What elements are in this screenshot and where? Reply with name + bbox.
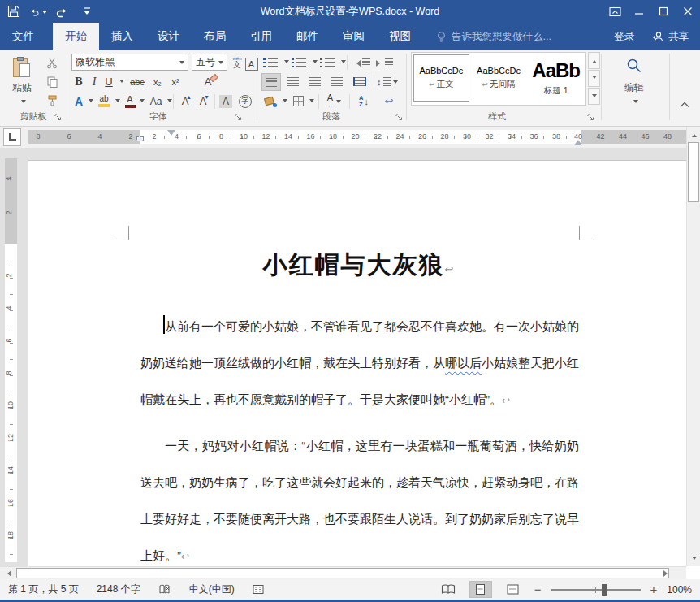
styles-scroll-up-button[interactable] [588, 52, 600, 69]
multilevel-dropdown-icon[interactable] [341, 60, 346, 66]
style-no-spacing[interactable]: AaBbCcDc ↩无间隔 [471, 54, 527, 102]
editing-group-button[interactable]: 编辑 [603, 54, 666, 109]
zoom-in-button[interactable]: + [650, 583, 658, 596]
align-left-button[interactable] [261, 73, 281, 91]
tab-layout[interactable]: 布局 [192, 23, 238, 50]
enclose-characters-button[interactable]: 字 [237, 93, 253, 110]
language-indicator[interactable]: 中文(中国) [189, 583, 235, 596]
print-layout-button[interactable] [469, 581, 492, 598]
style-heading1[interactable]: AaBb 标题 1 [528, 54, 584, 102]
align-center-button[interactable] [283, 73, 303, 90]
format-painter-button[interactable] [42, 92, 62, 109]
change-case-button[interactable]: Aa [147, 93, 165, 110]
paste-dropdown-icon[interactable] [21, 100, 26, 106]
show-hide-marks-button[interactable]: ↩ [380, 93, 398, 110]
ribbon-display-options-icon[interactable] [603, 0, 627, 23]
numbering-dropdown-icon[interactable] [313, 60, 318, 66]
shading-button[interactable] [261, 93, 279, 110]
subscript-button[interactable]: x₂ [149, 73, 166, 90]
change-case-dropdown-icon[interactable] [167, 99, 172, 105]
scroll-down-button[interactable] [688, 552, 700, 565]
tab-view[interactable]: 视图 [377, 23, 423, 50]
web-layout-button[interactable] [502, 581, 525, 598]
grow-font-button[interactable]: A▲ [177, 93, 193, 110]
font-size-combo[interactable]: 五号 [192, 54, 227, 71]
horizontal-scrollbar-thumb[interactable] [16, 568, 669, 578]
sign-in-button[interactable]: 登录 [614, 30, 634, 44]
bullets-dropdown-icon[interactable] [284, 60, 289, 66]
paste-button[interactable]: 粘贴 [3, 54, 41, 109]
tab-insert[interactable]: 插入 [99, 23, 145, 50]
tab-review[interactable]: 审阅 [331, 23, 377, 50]
proofing-status-icon[interactable] [158, 584, 171, 596]
highlight-color-button[interactable]: ab [96, 93, 112, 110]
editing-dropdown-icon[interactable] [633, 100, 638, 106]
italic-button[interactable]: I [88, 73, 101, 90]
scroll-right-button[interactable] [660, 568, 673, 579]
shrink-font-button[interactable]: A▼ [195, 93, 211, 110]
underline-dropdown-icon[interactable] [119, 80, 124, 85]
shading-dropdown-icon[interactable] [283, 99, 287, 105]
styles-more-button[interactable] [588, 88, 600, 105]
document-body[interactable]: 从前有一个可爱的小姑娘，不管谁看见了都会忍不住喜欢她。有一次小姑娘的奶奶送给她一… [140, 308, 579, 566]
line-spacing-dropdown-icon[interactable] [393, 80, 398, 86]
zoom-slider-thumb[interactable] [602, 584, 607, 596]
clipboard-dialog-launcher-icon[interactable] [54, 113, 63, 122]
word-count[interactable]: 2148 个字 [97, 583, 140, 596]
minimize-button[interactable] [627, 0, 651, 23]
zoom-slider[interactable] [551, 589, 641, 591]
multilevel-list-button[interactable] [318, 54, 338, 71]
font-color-button[interactable]: A [123, 93, 137, 110]
scroll-left-button[interactable] [1, 568, 14, 579]
tell-me-box[interactable]: 告诉我您想要做什么... [436, 23, 551, 50]
asian-layout-button[interactable]: A↔ [323, 93, 344, 110]
font-name-combo[interactable]: 微软雅黑 [71, 54, 188, 71]
line-spacing-button[interactable]: ↕ [377, 73, 398, 90]
styles-dialog-launcher-icon[interactable] [586, 113, 595, 122]
vertical-ruler[interactable]: 4224681012141618 [5, 158, 17, 562]
document-title[interactable]: 小红帽与大灰狼↩ [28, 249, 686, 282]
distribute-button[interactable] [349, 73, 370, 90]
paragraph-2[interactable]: 一天，妈妈对小红帽说：“小红帽，这里有一块蛋糕和一瓶葡萄酒，快给奶奶送去吧，奶奶… [140, 427, 579, 566]
strikethrough-button[interactable]: abc [127, 73, 148, 90]
bold-button[interactable]: B [71, 73, 86, 90]
asian-layout-dropdown-icon[interactable] [336, 100, 341, 106]
bullets-button[interactable] [261, 54, 281, 71]
horizontal-ruler[interactable]: 8642246810121416182022242628303234363840… [28, 130, 686, 144]
scroll-up-button[interactable] [688, 128, 700, 141]
increase-indent-button[interactable] [374, 54, 395, 71]
maximize-button[interactable] [651, 0, 676, 23]
borders-button[interactable] [290, 93, 306, 110]
document-area[interactable]: 4224681012141618 小红帽与大灰狼↩ 从前有一个可爱的小姑娘，不管… [0, 148, 686, 566]
numbering-button[interactable] [290, 54, 309, 71]
font-size-dropdown-icon[interactable] [218, 61, 223, 67]
tab-mailings[interactable]: 邮件 [284, 23, 331, 50]
share-button[interactable]: 共享 [652, 30, 689, 44]
align-right-button[interactable] [305, 73, 325, 90]
style-normal[interactable]: AaBbCcDc ↩正文 [413, 54, 469, 102]
styles-scroll-down-button[interactable] [588, 70, 600, 87]
paragraph-1[interactable]: 从前有一个可爱的小姑娘，不管谁看见了都会忍不住喜欢她。有一次小姑娘的奶奶送给她一… [140, 308, 579, 419]
tab-design[interactable]: 设计 [145, 23, 192, 50]
borders-dropdown-icon[interactable] [309, 99, 314, 105]
close-button[interactable] [676, 0, 700, 23]
left-indent-marker[interactable] [136, 136, 144, 141]
decrease-indent-button[interactable] [351, 54, 372, 71]
zoom-level[interactable]: 100% [667, 584, 692, 596]
vertical-scrollbar[interactable] [686, 127, 700, 566]
text-effects-dropdown-icon[interactable] [89, 99, 93, 105]
clear-formatting-button[interactable]: A [198, 73, 218, 90]
sort-button[interactable]: AZ↓ [354, 93, 374, 110]
paragraph-dialog-launcher-icon[interactable] [395, 113, 404, 122]
copy-button[interactable] [42, 73, 62, 90]
horizontal-scrollbar[interactable] [0, 566, 686, 579]
collapse-ribbon-icon[interactable] [679, 101, 690, 109]
character-shading-button[interactable]: A [218, 93, 234, 110]
underline-button[interactable]: U [102, 73, 115, 90]
read-mode-button[interactable] [437, 581, 460, 598]
superscript-button[interactable]: x² [167, 73, 184, 90]
tab-home[interactable]: 开始 [53, 23, 99, 50]
zoom-out-button[interactable]: − [534, 583, 542, 596]
tab-file[interactable]: 文件 [0, 23, 46, 50]
justify-button[interactable] [327, 73, 347, 90]
